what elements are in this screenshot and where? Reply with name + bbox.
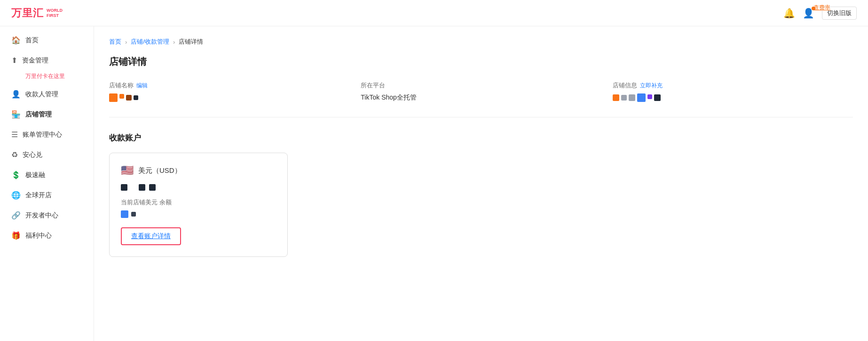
main-content: 首页 › 店铺/收款管理 › 店铺详情 店铺详情 店铺名称 编辑 bbox=[94, 26, 868, 341]
store-name-value bbox=[109, 93, 349, 102]
sidebar-item-global[interactable]: 🌐 全球开店 bbox=[0, 185, 94, 205]
pixel-1 bbox=[109, 93, 118, 102]
breadcrumb-home[interactable]: 首页 bbox=[109, 38, 121, 46]
sidebar: 🏠 首页 ⬆ 资金管理 万里付卡在这里 👤 收款人管理 🏪 店铺管理 ☰ 账单管… bbox=[0, 26, 94, 341]
sidebar-label-payee: 收款人管理 bbox=[25, 90, 58, 99]
store-icon: 🏪 bbox=[11, 110, 21, 119]
sidebar-label-safe: 安心兑 bbox=[23, 151, 42, 159]
main-inner: 首页 › 店铺/收款管理 › 店铺详情 店铺详情 店铺名称 编辑 bbox=[94, 26, 868, 268]
currency-name: 美元（USD） bbox=[138, 166, 181, 175]
breadcrumb-current: 店铺详情 bbox=[179, 38, 203, 46]
user-button[interactable]: 👤 bbox=[803, 8, 814, 19]
logo-main-text: 万里汇 bbox=[11, 6, 44, 20]
sidebar-item-funds[interactable]: ⬆ 资金管理 bbox=[0, 50, 94, 70]
account-card-header: 🇺🇸 美元（USD） bbox=[121, 164, 276, 177]
account-card: 🇺🇸 美元（USD） 当前店铺美元 余额 bbox=[109, 153, 288, 257]
orders-icon: ☰ bbox=[11, 130, 18, 139]
account-number-row bbox=[121, 184, 276, 191]
sidebar-label-store: 店铺管理 bbox=[25, 110, 52, 119]
sidebar-item-orders[interactable]: ☰ 账单管理中心 bbox=[0, 124, 94, 145]
acct-pixel-2 bbox=[139, 184, 145, 191]
info-pixel-4 bbox=[637, 93, 646, 102]
bal-pixel-1 bbox=[121, 210, 128, 218]
info-pixel-2 bbox=[621, 95, 627, 101]
supplement-link[interactable]: 立即补充 bbox=[640, 82, 663, 90]
currency-flag: 🇺🇸 bbox=[121, 164, 134, 177]
store-info-value bbox=[613, 93, 853, 102]
store-info-pixels bbox=[613, 93, 853, 102]
global-icon: 🌐 bbox=[11, 191, 21, 200]
logo-sub-text: WORLD FIRST bbox=[47, 8, 63, 18]
quick-icon: 💲 bbox=[11, 170, 21, 179]
breadcrumb-sep-2: › bbox=[173, 39, 175, 46]
balance-row bbox=[121, 210, 276, 218]
account-section-title: 收款账户 bbox=[109, 132, 853, 143]
pixel-2 bbox=[119, 94, 124, 99]
platform-label: 所在平台 bbox=[361, 81, 601, 90]
sidebar-item-dev[interactable]: 🔗 开发者中心 bbox=[0, 205, 94, 225]
acct-pixel-1 bbox=[121, 184, 127, 191]
store-info-label: 店铺信息 立即补充 bbox=[613, 81, 853, 90]
pixel-3 bbox=[126, 95, 132, 101]
sidebar-item-store[interactable]: 🏪 店铺管理 bbox=[0, 104, 94, 124]
home-icon: 🏠 bbox=[11, 36, 21, 45]
notification-button[interactable]: 🔔 bbox=[783, 8, 795, 19]
platform-value: TikTok Shop全托管 bbox=[361, 93, 601, 102]
funds-icon: ⬆ bbox=[11, 56, 17, 65]
info-pixel-3 bbox=[629, 94, 635, 101]
info-pixel-5 bbox=[647, 94, 652, 99]
store-info-col: 店铺信息 立即补充 bbox=[613, 81, 853, 102]
sidebar-item-home[interactable]: 🏠 首页 bbox=[0, 30, 94, 50]
account-section: 收款账户 🇺🇸 美元（USD） 当前店铺美元 余额 bbox=[109, 132, 853, 257]
rate-link[interactable]: 查费率 bbox=[813, 4, 830, 12]
store-name-label: 店铺名称 编辑 bbox=[109, 81, 349, 90]
header: 万里汇 WORLD FIRST 查费率 🔔 👤 切换旧版 bbox=[0, 0, 868, 26]
breadcrumb-store-mgmt[interactable]: 店铺/收款管理 bbox=[131, 38, 169, 46]
safe-icon: ♻ bbox=[11, 150, 18, 159]
welfare-icon: 🎁 bbox=[11, 231, 21, 240]
layout: 🏠 首页 ⬆ 资金管理 万里付卡在这里 👤 收款人管理 🏪 店铺管理 ☰ 账单管… bbox=[0, 26, 868, 341]
store-info-grid: 店铺名称 编辑 所在平台 bbox=[109, 81, 853, 117]
sidebar-label-orders: 账单管理中心 bbox=[23, 131, 62, 139]
breadcrumb: 首页 › 店铺/收款管理 › 店铺详情 bbox=[109, 38, 853, 46]
view-account-button[interactable]: 查看账户详情 bbox=[121, 227, 181, 245]
info-pixel-6 bbox=[654, 94, 661, 101]
sidebar-sub-funds[interactable]: 万里付卡在这里 bbox=[0, 70, 94, 84]
sidebar-label-dev: 开发者中心 bbox=[25, 211, 58, 220]
acct-pixel-3 bbox=[149, 184, 156, 191]
store-name-col: 店铺名称 编辑 bbox=[109, 81, 349, 102]
sidebar-label-welfare: 福利中心 bbox=[25, 232, 52, 240]
sidebar-item-safe[interactable]: ♻ 安心兑 bbox=[0, 145, 94, 165]
user-badge bbox=[812, 7, 815, 10]
breadcrumb-sep-1: › bbox=[125, 39, 127, 46]
payee-icon: 👤 bbox=[11, 90, 21, 99]
store-name-pixels bbox=[109, 93, 349, 102]
logo: 万里汇 WORLD FIRST bbox=[11, 6, 63, 20]
sidebar-item-quick[interactable]: 💲 极速融 bbox=[0, 165, 94, 185]
sidebar-item-welfare[interactable]: 🎁 福利中心 bbox=[0, 225, 94, 246]
sidebar-label-global: 全球开店 bbox=[25, 191, 52, 200]
page-title: 店铺详情 bbox=[109, 55, 853, 68]
store-name-edit-link[interactable]: 编辑 bbox=[136, 82, 148, 90]
balance-label: 当前店铺美元 余额 bbox=[121, 198, 276, 207]
header-right: 查费率 🔔 👤 切换旧版 bbox=[783, 7, 857, 20]
pixel-4 bbox=[134, 95, 138, 100]
sidebar-label-home: 首页 bbox=[25, 36, 39, 45]
sidebar-item-payee[interactable]: 👤 收款人管理 bbox=[0, 84, 94, 104]
sidebar-label-quick: 极速融 bbox=[25, 171, 45, 179]
info-pixel-1 bbox=[613, 94, 619, 101]
bal-pixel-2 bbox=[131, 212, 136, 217]
sidebar-label-funds: 资金管理 bbox=[22, 56, 48, 65]
platform-col: 所在平台 TikTok Shop全托管 bbox=[361, 81, 601, 102]
dev-icon: 🔗 bbox=[11, 211, 21, 220]
